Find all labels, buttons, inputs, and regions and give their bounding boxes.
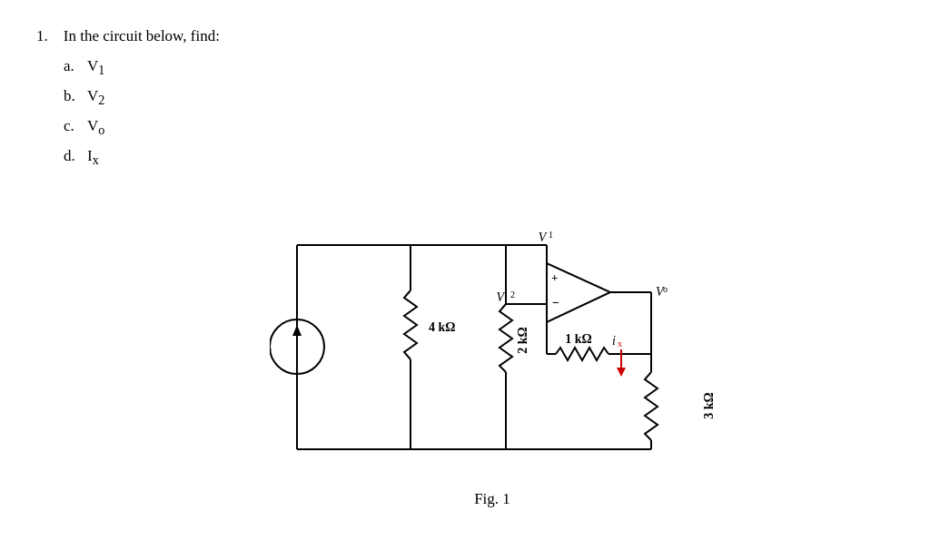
sub-item-c: c. Vo: [64, 113, 894, 142]
r4-label: 3 kΩ: [702, 392, 715, 419]
opamp-minus: −: [552, 296, 559, 309]
r2-label: 2 kΩ: [516, 327, 529, 354]
fig-label-text: Fig. 1: [474, 490, 510, 507]
ix-sub: x: [618, 339, 622, 349]
opamp-plus: +: [551, 270, 558, 284]
vo-sub: o: [663, 284, 668, 294]
sub-items-list: a. V1 b. V2 c. Vo d. Ix: [64, 53, 894, 172]
circuit-svg: 2 mA 4 kΩ V 1 2 kΩ: [270, 191, 715, 481]
number-label: 1.: [36, 27, 48, 44]
r3-label: 1 kΩ: [565, 332, 592, 346]
v2-label: V: [496, 290, 505, 304]
figure-label: Fig. 1: [474, 490, 510, 508]
page-content: 1. In the circuit below, find: a. V1 b. …: [0, 0, 930, 535]
question-number: 1. In the circuit below, find:: [36, 27, 894, 45]
v2-sub: 2: [510, 290, 515, 300]
sub-item-a: a. V1: [64, 53, 894, 83]
circuit-diagram-area: 2 mA 4 kΩ V 1 2 kΩ: [91, 191, 894, 508]
var-vo: Vo: [87, 113, 104, 142]
var-v2: V2: [87, 83, 104, 113]
current-source-label: 2 mA: [270, 339, 272, 353]
label-a: a.: [64, 53, 82, 81]
v1-label: V: [539, 231, 548, 244]
label-c: c.: [64, 113, 82, 141]
svg-marker-10: [292, 325, 302, 336]
sub-item-b: b. V2: [64, 83, 894, 113]
v1-sub: 1: [549, 230, 553, 240]
prompt-text: In the circuit below, find:: [64, 27, 220, 44]
sub-item-d: d. Ix: [64, 142, 894, 172]
label-d: d.: [64, 142, 82, 171]
var-v1: V1: [87, 53, 104, 83]
var-ix: Ix: [87, 142, 99, 172]
svg-marker-23: [617, 368, 626, 377]
r1-label: 4 kΩ: [429, 320, 456, 334]
ix-label: i: [612, 334, 616, 348]
label-b: b.: [64, 83, 82, 111]
